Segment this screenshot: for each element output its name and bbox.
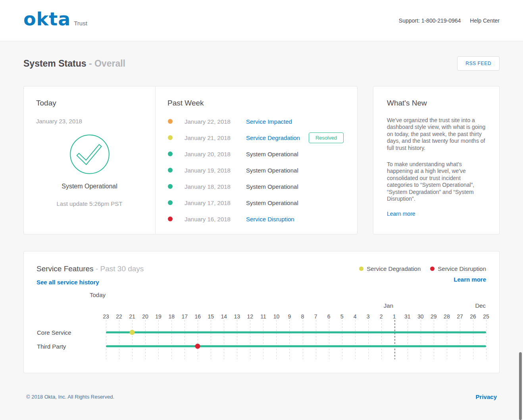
today-status: System Operational <box>36 183 143 190</box>
past-week-status: System Operational <box>246 167 298 174</box>
past-week-row: January 22, 2018Service Impacted <box>167 113 345 130</box>
chart-gridline <box>211 320 211 359</box>
today-date: January 23, 2018 <box>36 118 143 125</box>
chart-tick-label: 16 <box>194 313 201 320</box>
chart-service-line <box>106 332 486 334</box>
chart-tick-label: 31 <box>404 313 411 320</box>
chart-tick-label: 23 <box>103 313 109 320</box>
chart-tick-label: 30 <box>417 313 424 320</box>
chart-tick-label: 26 <box>470 313 476 320</box>
chart-tick-label: 25 <box>483 313 489 320</box>
whats-new-heading: What's New <box>387 99 486 107</box>
chart-tick-label: 9 <box>288 313 291 320</box>
operational-check-icon <box>70 134 110 174</box>
service-features-card: Service Features - Past 30 days Service … <box>23 251 500 373</box>
chart-gridline <box>486 320 486 359</box>
chart-gridline <box>119 320 119 359</box>
chart-gridline <box>355 320 356 359</box>
chart-tick-label: 5 <box>340 313 344 320</box>
chart-gridline <box>237 320 237 359</box>
chart-gridline <box>145 320 146 359</box>
past-week-row: January 16, 2018Service Disruption <box>167 211 345 227</box>
past-week-card: Past Week January 22, 2018Service Impact… <box>155 86 358 234</box>
help-center-link[interactable]: Help Center <box>470 17 500 24</box>
chart-gridline <box>171 320 172 359</box>
status-dot-degradation <box>168 135 173 140</box>
chart-tick-label: 29 <box>431 313 437 320</box>
whats-new-card: What's New We've organized the trust sit… <box>373 86 500 234</box>
chart-tick-label: 27 <box>457 313 463 320</box>
status-dot-operational <box>168 168 173 173</box>
past-week-date: January 18, 2018 <box>185 183 231 190</box>
chart-gridline <box>250 320 250 359</box>
today-heading: Today <box>36 99 143 107</box>
whats-new-paragraph: We've organized the trust site into a da… <box>387 117 486 152</box>
chart-row-label: Core Service <box>37 329 71 336</box>
chart-gridline <box>381 320 382 359</box>
past-week-list: January 22, 2018Service ImpactedJanuary … <box>167 113 345 227</box>
past-week-date: January 19, 2018 <box>185 167 231 174</box>
chart-gridline <box>185 320 185 359</box>
rss-feed-button[interactable]: RSS FEED <box>457 56 500 71</box>
whats-new-paragraph: To make understanding what's happening a… <box>387 161 486 202</box>
chart-gridline <box>316 320 316 359</box>
today-last-update: Last update 5:26pm PST <box>36 200 143 207</box>
chart-gridline <box>198 320 198 359</box>
top-header: okta Trust Support: 1-800-219-0964 Help … <box>0 0 523 41</box>
chart-tick-label: 15 <box>208 313 214 320</box>
past-week-status: System Operational <box>246 199 298 206</box>
chart-tick-label: 6 <box>327 313 331 320</box>
past-week-status[interactable]: Service Disruption <box>246 216 294 222</box>
okta-trust-logo[interactable]: okta Trust <box>23 10 87 28</box>
chart-tick-label: 13 <box>234 313 240 320</box>
chart-tick-label: 7 <box>314 313 317 320</box>
chart-gridline <box>342 320 342 359</box>
chart-gridline <box>224 320 224 359</box>
privacy-link[interactable]: Privacy <box>476 393 497 400</box>
chart-tick-label: 2 <box>380 313 383 320</box>
page-title-suffix: - Overall <box>89 58 125 69</box>
incident-dot-degradation[interactable] <box>130 330 135 335</box>
past-week-date: January 16, 2018 <box>185 216 231 222</box>
chart-gridline <box>276 320 277 359</box>
past-week-heading: Past Week <box>167 99 345 107</box>
chart-month-label: Jan <box>384 302 393 309</box>
past-week-date: January 17, 2018 <box>185 199 231 206</box>
past-week-row: January 20, 2018System Operational <box>167 146 345 162</box>
chart-month-boundary-gridline <box>394 320 395 359</box>
past-week-row: January 19, 2018System Operational <box>167 162 345 178</box>
status-dot-disruption <box>168 217 173 221</box>
logo-product-name: Trust <box>74 20 87 27</box>
past-week-status: System Operational <box>246 151 298 157</box>
chart-gridline <box>263 320 263 359</box>
chart-gridline <box>106 320 106 359</box>
copyright-text: © 2018 Okta, Inc. All Rights Reserved. <box>26 394 114 400</box>
support-phone: Support: 1-800-219-0964 <box>399 17 461 24</box>
past-week-row: January 18, 2018System Operational <box>167 178 345 195</box>
chart-gridline <box>473 320 473 359</box>
chart-gridline <box>434 320 434 359</box>
chart-gridline <box>408 320 408 359</box>
chart-gridline <box>447 320 447 359</box>
scrollbar-thumb[interactable] <box>519 352 522 420</box>
whats-new-learn-more-link[interactable]: Learn more <box>387 211 415 217</box>
chart-tick-label: 12 <box>247 313 254 320</box>
chart-gridline <box>368 320 369 359</box>
resolved-badge: Resolved <box>309 132 344 143</box>
past-week-status[interactable]: Service Degradation <box>246 134 300 141</box>
past-week-date: January 22, 2018 <box>185 118 231 125</box>
chart-tick-label: 3 <box>367 313 370 320</box>
okta-logo: okta <box>23 10 71 28</box>
status-dot-operational <box>168 200 173 205</box>
chart-tick-label: 21 <box>129 313 135 320</box>
chart-tick-label: 8 <box>301 313 304 320</box>
past-week-status[interactable]: Service Impacted <box>246 118 292 125</box>
chart-tick-label: 14 <box>221 313 227 320</box>
chart-tick-label: 20 <box>142 313 148 320</box>
chart-tick-label: 28 <box>444 313 450 320</box>
chart-gridline <box>289 320 290 359</box>
incident-dot-disruption[interactable] <box>195 344 200 349</box>
status-dot-operational <box>168 152 173 156</box>
chart-tick-label: 11 <box>260 313 266 320</box>
chart-gridline <box>132 320 133 359</box>
